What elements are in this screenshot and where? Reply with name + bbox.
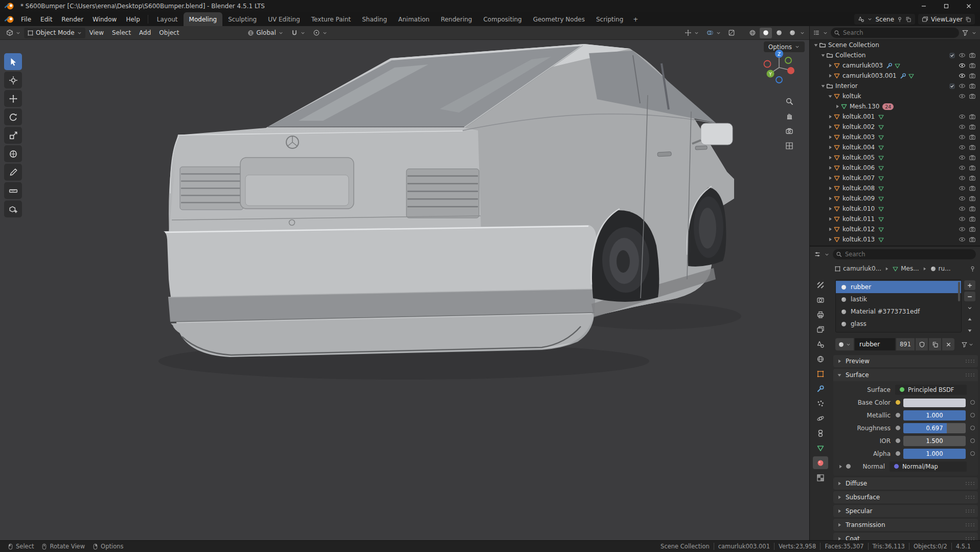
show-gizmo-toggle[interactable] (681, 28, 702, 38)
render-camera-icon[interactable] (969, 215, 976, 223)
maximize-button[interactable] (935, 0, 958, 12)
material-slots-list[interactable]: rubber lastik Material #3773731edf glass (835, 279, 962, 333)
hide-eye-icon[interactable] (959, 113, 966, 120)
outliner-row-koltuk-002[interactable]: koltuk.002 (810, 122, 980, 132)
pin-icon[interactable] (969, 266, 976, 272)
outliner-row-koltuk-003[interactable]: koltuk.003 (810, 132, 980, 142)
material-name-field[interactable]: rubber (855, 338, 895, 350)
disclosure-icon[interactable] (827, 165, 833, 171)
ortho-grid-icon[interactable] (785, 142, 793, 150)
shading-wireframe-button[interactable] (746, 28, 759, 38)
material-users-button[interactable]: 891 (896, 338, 915, 350)
workspace-tab-texture-paint[interactable]: Texture Paint (306, 12, 356, 26)
props-tab-object[interactable] (813, 367, 828, 380)
disclosure-icon[interactable] (827, 134, 833, 140)
outliner-row-koltuk-012[interactable]: koltuk.012 (810, 224, 980, 234)
disclosure-icon[interactable] (827, 62, 833, 69)
gizmo-z-label[interactable]: Z (778, 52, 781, 57)
props-tab-material[interactable] (813, 456, 828, 469)
shading-material-button[interactable] (773, 28, 785, 38)
outliner-row-camurluk003-001[interactable]: camurluk003.001 (810, 71, 980, 81)
measure-tool[interactable] (4, 182, 22, 199)
render-camera-icon[interactable] (969, 164, 976, 171)
pin-icon[interactable] (897, 16, 903, 23)
hide-eye-icon[interactable] (959, 215, 966, 223)
material-slot-glass[interactable]: glass (836, 318, 961, 330)
mode-dropdown[interactable]: Object Mode (24, 28, 85, 38)
unlink-material-button[interactable] (942, 338, 954, 350)
base-color-swatch[interactable] (903, 399, 966, 407)
move-slot-up-button[interactable] (964, 314, 975, 324)
camera-view-icon[interactable] (785, 127, 793, 135)
menu-render[interactable]: Render (57, 12, 88, 26)
breadcrumb-mesh[interactable]: Mes... (892, 265, 919, 272)
disclosure-icon[interactable] (827, 144, 833, 150)
disclosure-icon[interactable] (827, 195, 833, 202)
viewport-canvas[interactable]: Options Z Y (0, 40, 809, 541)
props-tab-physics[interactable] (813, 412, 828, 425)
checkbox-icon[interactable] (949, 83, 955, 90)
props-tab-viewlayer[interactable] (813, 323, 828, 336)
panel-surface[interactable]: Surface (833, 369, 978, 381)
keyframe-dot-icon[interactable] (970, 413, 975, 417)
rotate-tool[interactable] (4, 108, 22, 125)
xray-toggle[interactable] (725, 28, 738, 38)
keyframe-dot-icon[interactable] (970, 438, 975, 443)
menu-view[interactable]: View (85, 29, 108, 36)
transform-tool[interactable] (4, 145, 22, 162)
move-slot-down-button[interactable] (964, 325, 975, 335)
disclosure-icon[interactable] (820, 83, 826, 89)
show-overlays-toggle[interactable] (703, 28, 724, 38)
outliner-row-koltuk-005[interactable]: koltuk.005 (810, 152, 980, 163)
minimize-button[interactable] (913, 0, 935, 12)
outliner-search-input[interactable] (831, 28, 959, 38)
disclosure-icon[interactable] (837, 463, 844, 470)
disclosure-icon[interactable] (813, 42, 819, 48)
add-cube-tool[interactable] (4, 201, 22, 217)
panel-preview[interactable]: Preview (833, 355, 978, 367)
outliner-row-camurluk003[interactable]: camurluk003 (810, 60, 980, 71)
disclosure-icon[interactable] (827, 124, 833, 130)
disclosure-icon[interactable] (827, 73, 833, 79)
fake-user-button[interactable] (916, 338, 928, 350)
menu-select[interactable]: Select (108, 29, 135, 36)
outliner-row-koltuk-011[interactable]: koltuk.011 (810, 214, 980, 224)
remove-slot-button[interactable] (964, 292, 975, 301)
disclosure-icon[interactable] (834, 103, 840, 109)
outliner-row-scene-collection[interactable]: Scene Collection (810, 40, 980, 50)
slot-specials-button[interactable] (964, 303, 975, 313)
annotate-tool[interactable] (4, 164, 22, 181)
normal-map-field[interactable]: Normal/Map (890, 461, 967, 472)
surface-shader-dropdown[interactable]: Principled BSDF (895, 385, 967, 395)
hide-eye-icon[interactable] (959, 236, 966, 243)
navigation-gizmo[interactable]: Z Y (760, 47, 798, 85)
close-button[interactable] (958, 0, 980, 12)
props-tab-output[interactable] (813, 308, 828, 321)
filter-icon[interactable] (962, 29, 969, 36)
render-camera-icon[interactable] (969, 62, 976, 69)
menu-object[interactable]: Object (155, 29, 183, 36)
breadcrumb-material[interactable]: ru... (930, 265, 951, 272)
shading-solid-button[interactable] (760, 28, 772, 38)
hide-eye-icon[interactable] (959, 62, 966, 69)
hide-eye-icon[interactable] (959, 52, 966, 59)
select-box-tool[interactable] (4, 53, 22, 70)
workspace-tab-shading[interactable]: Shading (356, 12, 393, 26)
material-slot-3773731edf[interactable]: Material #3773731edf (836, 305, 961, 318)
blender-menu-icon[interactable] (4, 15, 15, 24)
disclosure-icon[interactable] (827, 114, 833, 120)
outliner-row-koltuk-004[interactable]: koltuk.004 (810, 142, 980, 152)
workspace-tab-rendering[interactable]: Rendering (435, 12, 477, 26)
panel-coat[interactable]: Coat (833, 533, 978, 541)
outliner-row-collection[interactable]: Collection (810, 50, 980, 60)
props-tab-world[interactable] (813, 352, 828, 365)
shading-rendered-button[interactable] (786, 28, 799, 38)
breadcrumb-object[interactable]: camurluk0... (834, 265, 881, 272)
proportional-editing-toggle[interactable] (310, 28, 331, 38)
alpha-slider[interactable]: 1.000 (903, 449, 966, 459)
render-camera-icon[interactable] (969, 93, 976, 100)
workspace-tab-layout[interactable]: Layout (151, 12, 184, 26)
outliner-row-koltuk-009[interactable]: koltuk.009 (810, 193, 980, 204)
disclosure-icon[interactable] (827, 226, 833, 232)
transform-orientation-dropdown[interactable]: Global (244, 28, 286, 38)
